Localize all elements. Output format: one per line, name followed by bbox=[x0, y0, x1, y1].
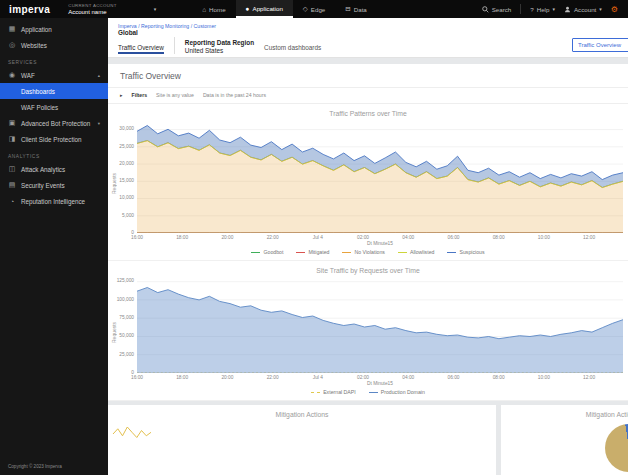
x-axis-ticks: 16:0018:0020:0022:00Jul 402:0004:0006:00… bbox=[137, 373, 623, 381]
account-menu[interactable]: Account ▾ bbox=[564, 6, 602, 13]
x-tick: Jul 4 bbox=[313, 235, 323, 240]
account-switcher[interactable]: CURRENT ACCOUNT Account name ▾ bbox=[60, 0, 164, 18]
top-nav: ⌂ Home ● Application ◇ Edge ⊟ Data bbox=[192, 0, 377, 18]
legend-no-violations[interactable]: No Violations bbox=[342, 249, 384, 255]
search-label: Search bbox=[492, 6, 512, 13]
chevron-down-icon: ▾ bbox=[599, 6, 602, 12]
legend-production-domain[interactable]: Production Domain bbox=[369, 389, 425, 395]
legend-label: Mitigated bbox=[308, 249, 329, 255]
home-icon: ⌂ bbox=[202, 6, 206, 13]
x-tick: 12:00 bbox=[583, 375, 595, 380]
legend-swatch bbox=[342, 252, 351, 253]
y-tick: 20,000 bbox=[119, 161, 134, 166]
legend-swatch bbox=[398, 252, 407, 253]
x-tick: 02:00 bbox=[357, 375, 369, 380]
globe-icon: ◎ bbox=[8, 41, 16, 49]
y-axis-ticks: 30,00025,00020,00015,00010,0005,0000 bbox=[117, 121, 137, 233]
bottom-tiles: Mitigation Actions Mitigation Action Bre… bbox=[108, 401, 628, 475]
x-axis-ticks: 16:0018:0020:0022:00Jul 402:0004:0006:00… bbox=[137, 233, 623, 241]
legend-label: External DAPI bbox=[323, 389, 356, 395]
sidebar-item-label: Advanced Bot Protection bbox=[21, 120, 90, 127]
sidebar-item-waf-policies[interactable]: WAF Policies bbox=[0, 99, 108, 115]
chevron-down-icon: ▾ bbox=[154, 6, 157, 12]
chart-plot-area[interactable]: 16:0018:0020:0022:00Jul 402:0004:0006:00… bbox=[137, 121, 623, 246]
x-tick: 10:00 bbox=[538, 375, 550, 380]
help-menu[interactable]: ? Help ▾ bbox=[530, 6, 555, 13]
nav-data[interactable]: ⊟ Data bbox=[335, 0, 377, 18]
breadcrumb[interactable]: Imperva / Reporting Monitoring / Custome… bbox=[108, 18, 628, 31]
x-tick: 22:00 bbox=[267, 235, 279, 240]
chart-title: Traffic Patterns over Time bbox=[108, 110, 628, 117]
sidebar-item-label: Attack Analytics bbox=[21, 166, 65, 173]
dashboard-header: Global Traffic Overview Reporting Data R… bbox=[108, 31, 628, 58]
sidebar-item-application[interactable]: ▦ Application bbox=[0, 21, 108, 37]
search-icon bbox=[482, 6, 489, 13]
sidebar-item-label: WAF bbox=[21, 72, 35, 79]
y-tick: 10,000 bbox=[119, 195, 134, 200]
sidebar-item-label: Security Events bbox=[21, 182, 65, 189]
tab-group-title: Global bbox=[118, 29, 164, 36]
legend-external-dapi[interactable]: External DAPI bbox=[311, 389, 356, 395]
legend-label: Allowlisted bbox=[410, 249, 435, 255]
filters-bar[interactable]: ▸ Filters Site is any value Data is in t… bbox=[108, 88, 628, 104]
legend-suspicious[interactable]: Suspicious bbox=[447, 249, 484, 255]
sidebar-item-security-events[interactable]: ▤ Security Events bbox=[0, 177, 108, 193]
nav-edge[interactable]: ◇ Edge bbox=[293, 0, 335, 18]
sidebar-item-client-side-protection[interactable]: ◨ Client Side Protection bbox=[0, 131, 108, 147]
y-tick: 50,000 bbox=[119, 333, 134, 338]
events-list-icon: ▤ bbox=[8, 181, 16, 189]
tab-reporting-data-region[interactable]: Reporting Data Region United States bbox=[185, 39, 264, 58]
x-tick: 22:00 bbox=[267, 375, 279, 380]
sidebar-item-label: WAF Policies bbox=[21, 104, 58, 111]
x-tick: 12:00 bbox=[583, 235, 595, 240]
legend-allowlisted[interactable]: Allowlisted bbox=[398, 249, 435, 255]
tab-custom-dashboards[interactable]: Custom dashboards bbox=[264, 44, 321, 57]
x-tick: 04:00 bbox=[402, 375, 414, 380]
tab-global[interactable]: Global Traffic Overview bbox=[118, 29, 174, 57]
bot-icon: ▣ bbox=[8, 119, 16, 127]
nav-home[interactable]: ⌂ Home bbox=[192, 0, 235, 18]
sidebar-item-dashboards[interactable]: Dashboards bbox=[0, 83, 108, 99]
y-axis-label: Requests bbox=[110, 278, 117, 386]
tab-traffic-overview[interactable]: Traffic Overview bbox=[118, 44, 164, 54]
sidebar-item-reputation-intelligence[interactable]: ◔ Reputation Intelligence bbox=[0, 193, 108, 209]
chart-mitigation-action-breakdown[interactable]: Mitigation Action Breakdown bbox=[501, 405, 628, 475]
x-tick: 08:00 bbox=[493, 235, 505, 240]
y-tick: 75,000 bbox=[119, 315, 134, 320]
chart-plot-area[interactable]: 16:0018:0020:0022:00Jul 402:0004:0006:00… bbox=[137, 278, 623, 386]
y-tick: 100,000 bbox=[117, 297, 134, 302]
legend-swatch bbox=[296, 252, 305, 253]
dashboard-select[interactable]: Traffic Overview bbox=[572, 38, 628, 52]
copyright-text: Copyright © 2023 Imperva bbox=[8, 464, 62, 469]
x-tick: 10:00 bbox=[538, 235, 550, 240]
collapse-icon: ▴ bbox=[98, 73, 100, 78]
filters-expand-icon[interactable]: ▸ bbox=[120, 92, 123, 98]
help-icon: ? bbox=[530, 6, 533, 13]
chart-traffic-patterns: Traffic Patterns over Time Requests 30,0… bbox=[108, 104, 628, 261]
dashboard-panel: Traffic Overview ▸ Filters Site is any v… bbox=[108, 64, 628, 475]
legend-label: Production Domain bbox=[381, 389, 425, 395]
sidebar-item-attack-analytics[interactable]: ◫ Attack Analytics bbox=[0, 161, 108, 177]
divider bbox=[520, 4, 521, 14]
main-content: Imperva / Reporting Monitoring / Custome… bbox=[108, 18, 628, 475]
topbar: imperva CURRENT ACCOUNT Account name ▾ ⌂… bbox=[0, 0, 628, 18]
sidebar-item-advanced-bot-protection[interactable]: ▣ Advanced Bot Protection ▾ bbox=[0, 115, 108, 131]
x-tick: 06:00 bbox=[447, 375, 459, 380]
sidebar-item-websites[interactable]: ◎ Websites bbox=[0, 37, 108, 53]
x-axis-label: Dt Minute15 bbox=[137, 381, 623, 386]
legend-goodbot[interactable]: Goodbot bbox=[251, 249, 283, 255]
legend-swatch bbox=[251, 252, 260, 253]
legend-mitigated[interactable]: Mitigated bbox=[296, 249, 329, 255]
search-button[interactable]: Search bbox=[482, 6, 512, 13]
chart-title: Mitigation Actions bbox=[108, 411, 496, 418]
tab-united-states[interactable]: United States bbox=[185, 47, 254, 54]
x-tick: Jul 4 bbox=[313, 375, 323, 380]
chart-mitigation-actions[interactable]: Mitigation Actions bbox=[108, 405, 496, 475]
data-icon: ⊟ bbox=[345, 5, 350, 13]
sidebar-item-waf[interactable]: ◉ WAF ▴ bbox=[0, 67, 108, 83]
nav-application[interactable]: ● Application bbox=[236, 0, 293, 18]
sidebar-item-label: Reputation Intelligence bbox=[21, 198, 85, 205]
settings-gear-icon[interactable]: ⚙ bbox=[611, 5, 618, 14]
imperva-logo[interactable]: imperva bbox=[0, 4, 60, 15]
mitigation-breakdown-pie bbox=[605, 424, 628, 472]
